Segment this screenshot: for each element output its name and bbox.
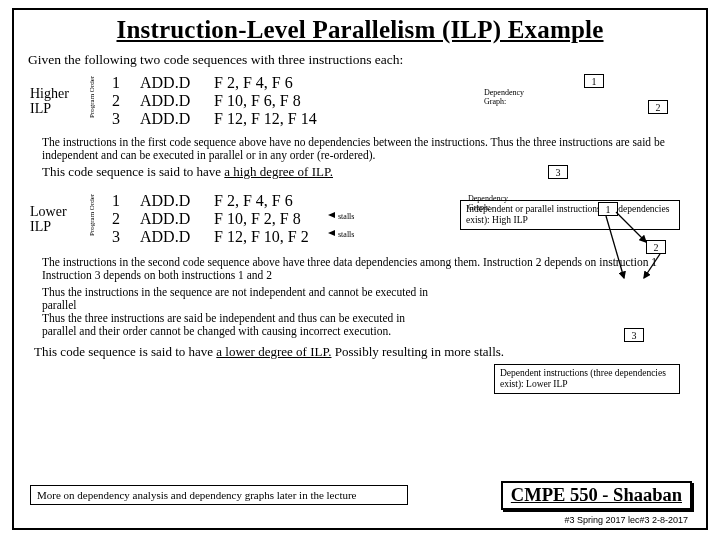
seq2-highlight: This code sequence is said to have a low…	[34, 344, 692, 360]
page-number: #3 Spring 2017 lec#3 2-8-2017	[564, 515, 688, 525]
dep-graph-label-2: Dependency Graph:	[468, 194, 508, 212]
seq2-code: 1ADD.DF 2, F 4, F 6 2ADD.DF 10, F 2, F 8…	[112, 192, 309, 246]
intro-text: Given the following two code sequences w…	[28, 52, 692, 68]
seq2-r1-args: F 2, F 4, F 6	[214, 192, 293, 210]
seq2-r1-n: 1	[112, 192, 140, 210]
seq1-paragraph: The instructions in the first code seque…	[42, 136, 692, 162]
stall-text-1: stalls	[338, 212, 354, 221]
hi2b: a lower degree of ILP.	[216, 344, 331, 359]
hi2c: Possibly resulting in more stalls.	[331, 344, 504, 359]
slide-frame: Instruction-Level Parallelism (ILP) Exam…	[12, 8, 708, 530]
seq2-r3-args: F 12, F 10, F 2	[214, 228, 309, 246]
slide-title: Instruction-Level Parallelism (ILP) Exam…	[14, 16, 706, 44]
seq1-r2-n: 2	[112, 92, 140, 110]
footer-note: More on dependency analysis and dependen…	[30, 485, 408, 505]
seq1-node-1: 1	[584, 74, 604, 88]
svg-line-1	[644, 254, 660, 278]
seq2-paragraph-b: Thus the instructions in the sequence ar…	[42, 286, 442, 338]
seq1-node-2: 2	[648, 100, 668, 114]
seq2-r3-n: 3	[112, 228, 140, 246]
dep-graph-label-1: Dependency Graph:	[484, 88, 524, 106]
program-order-label-2: Program Order	[88, 194, 96, 236]
svg-line-2	[606, 216, 624, 278]
hi1a: This code sequence is said to have	[42, 164, 224, 179]
seq1-r1-args: F 2, F 4, F 6	[214, 74, 293, 92]
seq1-r3-n: 3	[112, 110, 140, 128]
lowerilp-box: Dependent instructions (three dependenci…	[494, 364, 680, 394]
seq2: Lower ILP Program Order 1ADD.DF 2, F 4, …	[28, 190, 692, 250]
svg-line-0	[616, 212, 646, 242]
seq1-r2-op: ADD.D	[140, 92, 214, 110]
seq1-code: 1ADD.DF 2, F 4, F 6 2ADD.DF 10, F 6, F 8…	[112, 74, 317, 128]
lower-ilp-label: Lower ILP	[30, 204, 67, 234]
seq1-r1-op: ADD.D	[140, 74, 214, 92]
seq1-r3-op: ADD.D	[140, 110, 214, 128]
seq2-r3-op: ADD.D	[140, 228, 214, 246]
seq1-r2-args: F 10, F 6, F 8	[214, 92, 301, 110]
stall-text-2: stalls	[338, 230, 354, 239]
hi2a: This code sequence is said to have	[34, 344, 216, 359]
stall-label-2: stalls	[328, 230, 354, 239]
program-order-label-1: Program Order	[88, 76, 96, 118]
dep-graph-arrows	[588, 200, 708, 310]
hi1b: a high degree of ILP.	[224, 164, 333, 179]
seq2-r1-op: ADD.D	[140, 192, 214, 210]
seq1-r3-args: F 12, F 12, F 14	[214, 110, 317, 128]
seq2-r2-args: F 10, F 2, F 8	[214, 210, 301, 228]
higher-ilp-label: Higher ILP	[30, 86, 69, 116]
seq2-r2-n: 2	[112, 210, 140, 228]
course-label: CMPE 550 - Shaaban	[501, 481, 692, 510]
arrow-left-icon	[328, 230, 335, 236]
seq1-highlight: This code sequence is said to have a hig…	[42, 164, 692, 180]
seq1-r1-n: 1	[112, 74, 140, 92]
seq1: Higher ILP Program Order 1ADD.DF 2, F 4,…	[28, 72, 692, 132]
seq2-r2-op: ADD.D	[140, 210, 214, 228]
stall-label-1: stalls	[328, 212, 354, 221]
arrow-left-icon	[328, 212, 335, 218]
seq2-node-3: 3	[624, 328, 644, 342]
seq1-node-3: 3	[548, 165, 568, 179]
